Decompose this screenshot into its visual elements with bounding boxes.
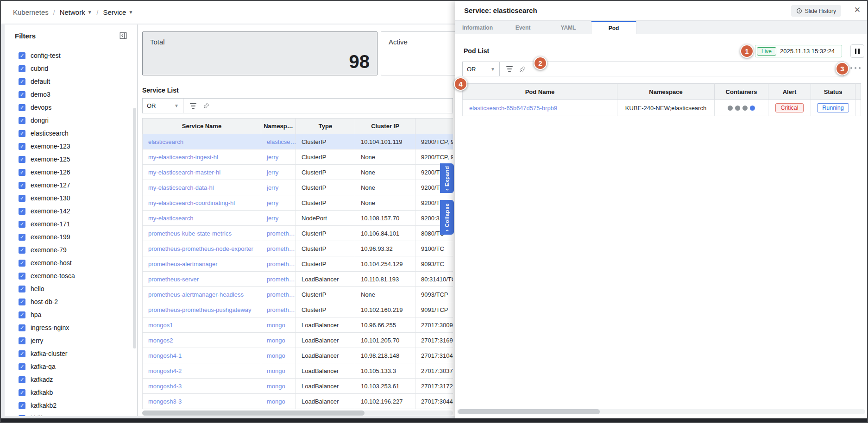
collapse-panel-icon[interactable] — [119, 31, 128, 40]
service-namespace-link[interactable]: mongo — [267, 367, 285, 374]
checkbox-checked-icon[interactable]: ✓ — [19, 324, 25, 331]
tab-pod[interactable]: Pod — [591, 21, 636, 34]
filter-item[interactable]: ✓ exemone-123 — [5, 140, 137, 153]
pod-table-hscrollbar-thumb[interactable] — [458, 409, 600, 414]
filter-item[interactable]: ✓ exemone-tosca — [5, 269, 137, 282]
filter-item[interactable]: ✓ devops — [5, 101, 137, 114]
col-ports[interactable] — [415, 118, 453, 134]
service-namespace-link[interactable]: elasticse… — [267, 138, 296, 145]
service-table-row[interactable]: prometheus-prometheus-node-exporter prom… — [143, 241, 453, 256]
filter-item[interactable]: ✓ default — [5, 75, 137, 88]
filter-item[interactable]: ✓ config-test — [5, 49, 137, 62]
checkbox-checked-icon[interactable]: ✓ — [19, 78, 25, 85]
service-table-row[interactable]: my-elasticsearch-data-hl jerry ClusterIP… — [143, 180, 453, 195]
service-name-link[interactable]: mongosh4-2 — [148, 367, 182, 374]
service-namespace-link[interactable]: mongo — [267, 398, 285, 405]
col-status[interactable]: Status — [811, 84, 855, 100]
filter-item[interactable]: ✓ exemone-126 — [5, 166, 137, 179]
checkbox-checked-icon[interactable]: ✓ — [19, 376, 25, 383]
checkbox-checked-icon[interactable]: ✓ — [19, 247, 25, 254]
checkbox-checked-icon[interactable]: ✓ — [19, 65, 25, 72]
service-table-row[interactable]: prometheus-prometheus-pushgateway promet… — [143, 302, 453, 317]
pod-table-row[interactable]: elasticsearch-65b647d575-brpb9 KUBE-240-… — [463, 100, 861, 116]
filter-item[interactable]: ✓ exemone-125 — [5, 153, 137, 166]
col-namespace[interactable]: Namesp… — [261, 118, 296, 134]
col-pod-name[interactable]: Pod Name — [463, 84, 617, 100]
filter-item[interactable]: ✓ host-db-2 — [5, 295, 137, 308]
service-table-row[interactable]: mongosh3-3 mongo LoadBalancer 10.102.196… — [143, 394, 453, 409]
col-cluster-ip[interactable]: Cluster IP — [355, 118, 415, 134]
checkbox-checked-icon[interactable]: ✓ — [19, 273, 25, 280]
service-name-link[interactable]: elasticsearch — [148, 138, 183, 145]
filter-item[interactable]: ✓ kafkadz — [5, 373, 137, 386]
checkbox-checked-icon[interactable]: ✓ — [19, 260, 25, 267]
service-table-row[interactable]: prometheus-alertmanager-headless prometh… — [143, 287, 453, 302]
service-table-row[interactable]: my-elasticsearch-coordinating-hl jerry C… — [143, 195, 453, 211]
service-name-link[interactable]: my-elasticsearch-coordinating-hl — [148, 199, 235, 206]
service-table-row[interactable]: prometheus-server prometh… LoadBalancer … — [143, 272, 453, 287]
service-name-link[interactable]: prometheus-prometheus-pushgateway — [148, 306, 252, 313]
breadcrumb-root[interactable]: Kubernetes — [13, 8, 49, 16]
service-namespace-link[interactable]: jerry — [267, 215, 278, 222]
service-table-row[interactable]: mongosh4-3 mongo LoadBalancer 10.103.253… — [143, 379, 453, 394]
service-table-row[interactable]: prometheus-alertmanager prometh… Cluster… — [143, 256, 453, 272]
service-name-link[interactable]: prometheus-kube-state-metrics — [148, 230, 232, 237]
pin-icon[interactable] — [519, 66, 526, 73]
checkbox-checked-icon[interactable]: ✓ — [19, 337, 25, 344]
more-menu-icon[interactable] — [850, 67, 861, 69]
filter-item[interactable]: ✓ dongri — [5, 114, 137, 127]
checkbox-checked-icon[interactable]: ✓ — [19, 52, 25, 59]
filter-item[interactable]: ✓ kafka-qa — [5, 360, 137, 373]
breadcrumb-service-dropdown[interactable]: Service ▼ — [103, 8, 133, 16]
close-icon[interactable]: ✕ — [854, 6, 861, 15]
service-name-link[interactable]: mongosh4-1 — [148, 352, 182, 359]
service-namespace-link[interactable]: jerry — [267, 154, 278, 161]
col-pod-namespace[interactable]: Namespace — [617, 84, 715, 100]
filter-item[interactable]: ✓ cubrid — [5, 62, 137, 75]
service-table-hscrollbar-thumb[interactable] — [142, 411, 365, 416]
service-namespace-link[interactable]: prometh… — [267, 276, 295, 283]
checkbox-checked-icon[interactable]: ✓ — [19, 91, 25, 98]
service-namespace-link[interactable]: jerry — [267, 169, 278, 176]
col-type[interactable]: Type — [296, 118, 355, 134]
filter-item[interactable]: ✓ demo3 — [5, 88, 137, 101]
checkbox-checked-icon[interactable]: ✓ — [19, 402, 25, 409]
checkbox-checked-icon[interactable]: ✓ — [19, 117, 25, 124]
service-table-row[interactable]: prometheus-kube-state-metrics prometh… C… — [143, 226, 453, 241]
service-table-row[interactable]: mongos1 mongo LoadBalancer 10.96.66.255 … — [143, 317, 453, 333]
checkbox-checked-icon[interactable]: ✓ — [19, 208, 25, 215]
service-name-link[interactable]: my-elasticsearch-ingest-hl — [148, 154, 218, 161]
tab-information[interactable]: Information — [455, 21, 500, 34]
expand-panel-tab[interactable]: ‹ Expand — [440, 163, 454, 193]
checkbox-checked-icon[interactable]: ✓ — [19, 363, 25, 370]
service-namespace-link[interactable]: mongo — [267, 383, 285, 390]
checkbox-checked-icon[interactable]: ✓ — [19, 234, 25, 241]
filter-item[interactable]: ✓ jerry — [5, 334, 137, 347]
service-name-link[interactable]: my-elasticsearch-data-hl — [148, 184, 214, 191]
filter-item[interactable]: ✓ exemone-127 — [5, 179, 137, 192]
filter-lines-icon[interactable] — [506, 66, 513, 72]
service-namespace-link[interactable]: jerry — [267, 199, 278, 206]
checkbox-checked-icon[interactable]: ✓ — [19, 415, 25, 417]
service-namespace-link[interactable]: prometh… — [267, 230, 295, 237]
slide-history-button[interactable]: Slide History — [791, 5, 841, 17]
breadcrumb-network-dropdown[interactable]: Network ▼ — [60, 8, 92, 16]
checkbox-checked-icon[interactable]: ✓ — [19, 299, 25, 305]
checkbox-checked-icon[interactable]: ✓ — [19, 130, 25, 137]
service-table-row[interactable]: elasticsearch elasticse… ClusterIP 10.10… — [143, 134, 453, 149]
service-name-link[interactable]: mongos2 — [148, 337, 173, 344]
filter-item[interactable]: ✓ exemone-130 — [5, 192, 137, 205]
checkbox-checked-icon[interactable]: ✓ — [19, 156, 25, 163]
filter-item[interactable]: ✓ ingress-nginx — [5, 321, 137, 334]
filter-item[interactable]: ✓ elasticsearch — [5, 127, 137, 140]
collapse-panel-tab[interactable]: › Collapse — [440, 200, 454, 235]
checkbox-checked-icon[interactable]: ✓ — [19, 169, 25, 176]
service-name-link[interactable]: mongosh3-3 — [148, 398, 182, 405]
pod-name-link[interactable]: elasticsearch-65b647d575-brpb9 — [469, 105, 557, 112]
filter-item[interactable]: ✓ hello — [5, 282, 137, 295]
tab-yaml[interactable]: YAML — [546, 21, 591, 34]
checkbox-checked-icon[interactable]: ✓ — [19, 104, 25, 111]
checkbox-checked-icon[interactable]: ✓ — [19, 195, 25, 202]
service-table-row[interactable]: mongosh4-2 mongo LoadBalancer 10.105.133… — [143, 363, 453, 379]
checkbox-checked-icon[interactable]: ✓ — [19, 389, 25, 396]
